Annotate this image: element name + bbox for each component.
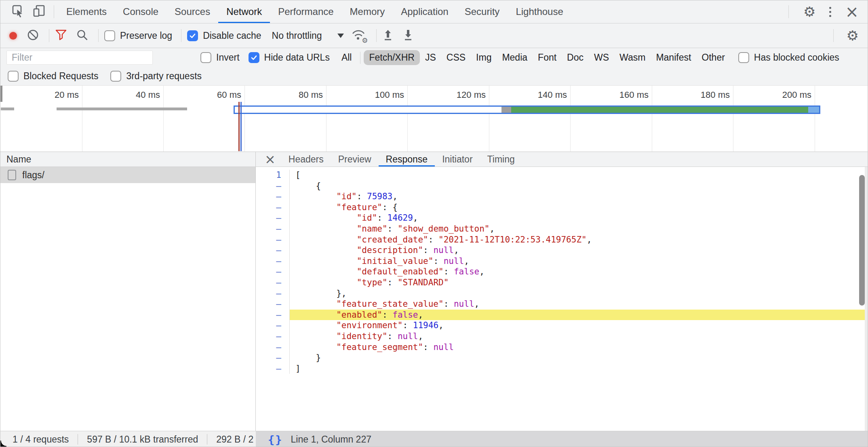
code-text: "name": "show_demo_button", [290,223,868,234]
device-toolbar-button[interactable] [29,0,50,23]
record-network-log-button[interactable] [9,32,17,40]
tab-memory[interactable]: Memory [342,0,393,23]
pretty-print-braces-icon[interactable]: {} [268,433,283,446]
code-text: "created_date": "2021-11-12T10:22:53.419… [290,234,868,245]
hide-data-urls-toggle[interactable]: Hide data URLs [249,52,330,63]
status-divider [78,434,78,445]
response-body-viewer[interactable]: 1[– {– "id": 75983,– "feature": {– "id":… [256,167,868,431]
type-filter-media[interactable]: Media [497,50,533,65]
name-column-header[interactable]: Name [0,152,255,167]
clear-network-log-button[interactable] [27,29,39,43]
throttling-select[interactable]: No throttling [272,30,344,41]
details-tab-preview[interactable]: Preview [331,152,379,167]
type-filter-css[interactable]: CSS [441,50,471,65]
details-tab-initiator[interactable]: Initiator [435,152,480,167]
blocked-requests-toggle[interactable]: Blocked Requests [8,71,98,82]
scrollbar-track[interactable] [865,167,868,431]
has-blocked-cookies-checkbox[interactable] [738,52,749,63]
filter-input[interactable] [6,51,153,65]
scrollbar-thumb[interactable] [859,175,865,306]
type-filter-doc[interactable]: Doc [562,50,589,65]
third-party-requests-checkbox[interactable] [110,71,121,82]
toolbar-divider [833,29,834,42]
toolbar-divider [49,29,49,42]
type-filter-other[interactable]: Other [696,50,730,65]
fold-marker: – [256,342,290,353]
editor-status: {} Line 1, Column 227 [256,431,868,447]
fold-marker: – [256,191,290,202]
timeline-gridline [326,86,327,152]
type-filter-img[interactable]: Img [471,50,497,65]
code-line: – "environment": 11946, [256,320,868,331]
third-party-requests-toggle[interactable]: 3rd-party requests [110,71,202,82]
preserve-log-checkbox[interactable] [104,30,115,41]
toolbar-divider [181,29,181,42]
overview-activity-bar [57,108,187,110]
network-summary: 1 / 4 requests597 B / 10.1 kB transferre… [0,431,256,447]
type-filter-ws[interactable]: WS [589,50,614,65]
search-button[interactable] [76,29,88,43]
close-devtools-icon[interactable]: × [845,4,859,20]
disable-cache-checkbox[interactable] [187,30,198,41]
request-type-filters: AllFetch/XHRJSCSSImgMediaFontDocWSWasmMa… [336,50,730,65]
import-har-button[interactable] [382,28,394,43]
waterfall-segment [235,107,501,113]
preserve-log-label: Preserve log [120,30,172,41]
details-tab-response[interactable]: Response [379,152,435,167]
tab-performance[interactable]: Performance [270,0,341,23]
tab-elements[interactable]: Elements [58,0,115,23]
devtools-tab-bar: ElementsConsoleSourcesNetworkPerformance… [0,0,868,23]
page-event-marker-line [238,102,240,151]
code-line: – "feature_state_value": null, [256,299,868,310]
type-filter-all[interactable]: All [336,50,357,65]
filter-toggle-button[interactable] [55,29,67,42]
tab-console[interactable]: Console [115,0,166,23]
tab-application[interactable]: Application [393,0,456,23]
status-bar: 1 / 4 requests597 B / 10.1 kB transferre… [0,431,868,447]
inspect-element-button[interactable] [8,0,29,23]
overview-activity-bar [0,86,2,102]
tab-lighthouse[interactable]: Lighthouse [508,0,571,23]
status-divider [207,434,207,445]
code-line: – "feature_segment": null [256,342,868,353]
close-details-icon[interactable]: × [259,152,281,167]
preserve-log-toggle[interactable]: Preserve log [104,30,172,41]
code-line: – "id": 75983, [256,191,868,202]
type-filter-font[interactable]: Font [533,50,562,65]
code-line: – "initial_value": null, [256,256,868,267]
more-options-kebab-icon[interactable] [826,7,834,17]
blocked-requests-checkbox[interactable] [8,71,19,82]
timeline-gridline [407,86,408,152]
details-tab-timing[interactable]: Timing [480,152,522,167]
type-filter-js[interactable]: JS [420,50,441,65]
chevron-down-icon [337,34,344,38]
network-conditions-button[interactable]: ⚙ [351,28,367,43]
request-waterfall-bar[interactable] [234,105,820,114]
request-row-flags[interactable]: flags/ [0,167,255,183]
fold-marker: – [256,234,290,245]
code-text: "feature_segment": null [290,342,868,353]
code-line: – "default_enabled": false, [256,266,868,277]
clear-icon [27,29,39,43]
details-tab-headers[interactable]: Headers [281,152,331,167]
network-overview-timeline[interactable]: 20 ms40 ms60 ms80 ms100 ms120 ms140 ms16… [0,86,868,152]
invert-toggle[interactable]: Invert [200,52,240,63]
toolbar-divider [54,5,54,18]
has-blocked-cookies-toggle[interactable]: Has blocked cookies [738,52,839,63]
waterfall-segment [501,107,511,113]
tab-sources[interactable]: Sources [166,0,218,23]
type-filter-manifest[interactable]: Manifest [651,50,696,65]
tab-security[interactable]: Security [457,0,508,23]
settings-gear-icon[interactable]: ⚙ [803,5,815,19]
disable-cache-label: Disable cache [203,30,261,41]
disable-cache-toggle[interactable]: Disable cache [187,30,261,41]
tab-network[interactable]: Network [218,0,270,23]
type-filter-wasm[interactable]: Wasm [614,50,651,65]
export-har-button[interactable] [402,28,414,43]
timeline-tick-label: 20 ms [55,90,79,100]
hide-data-urls-checkbox[interactable] [249,52,259,63]
network-settings-gear-icon[interactable]: ⚙ [847,29,859,42]
fold-marker: – [256,213,290,223]
type-filter-fetch-xhr[interactable]: Fetch/XHR [364,50,419,65]
invert-checkbox[interactable] [200,52,211,63]
